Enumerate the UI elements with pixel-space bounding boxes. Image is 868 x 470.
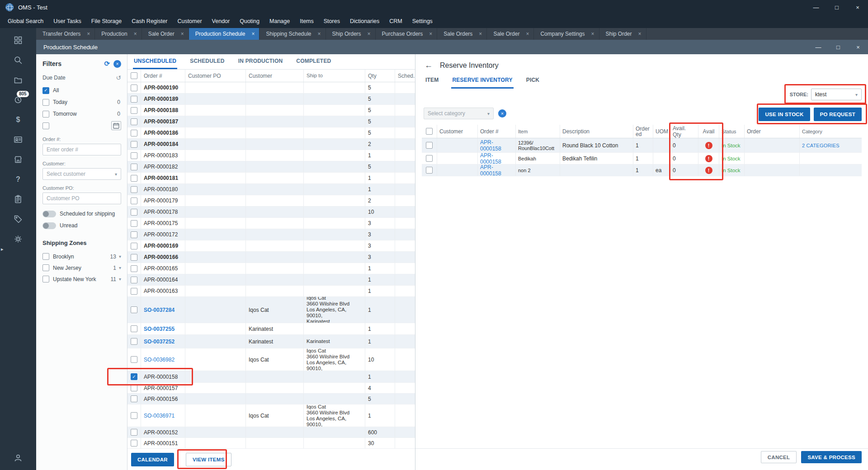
schedule-row-apr-0000187[interactable]: APR-00001875 <box>127 116 415 127</box>
menu-item-global-search[interactable]: Global Search <box>3 14 48 28</box>
row-checkbox[interactable] <box>131 356 137 363</box>
schedule-row-apr-0000181[interactable]: APR-00001811 <box>127 173 415 184</box>
back-arrow-icon[interactable]: ← <box>425 61 433 70</box>
schedule-row-so-0037252[interactable]: SO-0037252KarinatestKarinatest1 <box>127 335 415 348</box>
subwindow-close-icon[interactable]: × <box>848 40 868 54</box>
close-icon[interactable]: × <box>847 0 868 14</box>
row-checkbox[interactable] <box>131 209 137 216</box>
tab-transfer-orders[interactable]: Transfer Orders× <box>36 28 95 40</box>
toggle-switch[interactable] <box>42 211 56 217</box>
tab-close-icon[interactable]: × <box>429 31 432 37</box>
tab-close-icon[interactable]: × <box>591 31 594 37</box>
schedule-row-apr-0000175[interactable]: APR-00001753 <box>127 218 415 229</box>
checkbox[interactable] <box>42 111 49 118</box>
dashboard-icon[interactable] <box>12 35 24 45</box>
reserve-tab-item[interactable]: ITEM <box>425 77 439 89</box>
subwindow-minimize-icon[interactable]: — <box>808 40 828 54</box>
cancel-button[interactable]: CANCEL <box>761 451 797 463</box>
schedule-row-apr-0000165[interactable]: APR-00001651 <box>127 263 415 274</box>
row-checkbox[interactable] <box>131 265 137 272</box>
due-custom-checkbox[interactable] <box>42 122 49 129</box>
schedule-row-apr-0000156[interactable]: APR-00001565 <box>127 394 415 404</box>
tab-close-icon[interactable]: × <box>87 31 90 37</box>
row-checkbox[interactable] <box>426 167 433 174</box>
tab-sale-orders[interactable]: Sale Orders× <box>437 28 487 40</box>
checkbox[interactable] <box>42 253 49 260</box>
row-checkbox[interactable] <box>131 243 137 249</box>
row-checkbox[interactable] <box>131 231 137 238</box>
schedule-tab-completed[interactable]: COMPLETED <box>295 54 332 69</box>
order-link[interactable]: APR-0000158 <box>480 139 513 152</box>
reserve-tab-pick[interactable]: PICK <box>525 77 540 89</box>
schedule-tab-in-production[interactable]: IN PRODUCTION <box>237 54 284 69</box>
row-checkbox[interactable] <box>131 440 137 446</box>
schedule-row-apr-0000163[interactable]: APR-00001631 <box>127 286 415 297</box>
checkbox[interactable]: ✓ <box>42 87 49 94</box>
schedule-row-apr-0000183[interactable]: APR-00001831 <box>127 150 415 161</box>
tab-close-icon[interactable]: × <box>318 31 321 37</box>
tab-close-icon[interactable]: × <box>251 31 255 37</box>
select-all-checkbox[interactable] <box>131 72 137 79</box>
select-all-checkbox[interactable] <box>426 128 433 135</box>
order-number[interactable]: SO-0037255 <box>141 323 185 334</box>
menu-item-file-storage[interactable]: File Storage <box>86 14 127 28</box>
checkbox[interactable] <box>42 264 49 271</box>
row-checkbox[interactable] <box>131 186 137 193</box>
view-items-button[interactable]: VIEW ITEMS <box>186 453 231 466</box>
row-checkbox[interactable] <box>131 395 137 402</box>
schedule-row-apr-0000188[interactable]: APR-00001885 <box>127 105 415 116</box>
settings-gear-icon[interactable] <box>12 234 24 244</box>
row-checkbox[interactable] <box>131 85 137 91</box>
menu-item-user-tasks[interactable]: User Tasks <box>48 14 86 28</box>
clear-category-icon[interactable]: × <box>498 109 506 118</box>
row-checkbox[interactable] <box>131 288 137 295</box>
row-checkbox[interactable] <box>131 96 137 103</box>
row-checkbox[interactable] <box>131 197 137 204</box>
minimize-icon[interactable]: — <box>806 0 826 14</box>
schedule-row-apr-0000151[interactable]: APR-000015130 <box>127 438 415 449</box>
schedule-row-apr-0000166[interactable]: APR-00001663 <box>127 252 415 263</box>
menu-item-stores[interactable]: Stores <box>319 14 345 28</box>
billing-icon[interactable]: $ <box>12 115 24 125</box>
schedule-row-apr-0000157[interactable]: APR-00001574 <box>127 383 415 394</box>
use-in-stock-button[interactable]: USE IN STOCK <box>759 108 810 121</box>
menu-item-customer[interactable]: Customer <box>172 14 207 28</box>
user-icon[interactable] <box>12 453 24 463</box>
tab-close-icon[interactable]: × <box>368 31 371 37</box>
menu-item-manage[interactable]: Manage <box>264 14 295 28</box>
schedule-row-apr-0000164[interactable]: APR-00001641 <box>127 274 415 286</box>
reserve-row[interactable]: APR-0000158BedikahBedikah Tefilin10!In S… <box>422 153 862 164</box>
menu-item-settings[interactable]: Settings <box>407 14 438 28</box>
tab-close-icon[interactable]: × <box>181 31 184 37</box>
row-checkbox[interactable] <box>131 254 137 261</box>
row-checkbox[interactable]: ✓ <box>131 373 137 380</box>
store-select[interactable]: ktest ▾ <box>811 89 862 100</box>
schedule-row-apr-0000180[interactable]: APR-00001801 <box>127 184 415 195</box>
contacts-icon[interactable] <box>12 135 24 145</box>
order-number[interactable]: SO-0037284 <box>141 297 185 323</box>
schedule-row-apr-0000190[interactable]: APR-00001905 <box>127 82 415 94</box>
schedule-row-apr-0000179[interactable]: APR-00001792 <box>127 195 415 207</box>
order-number[interactable]: SO-0036971 <box>141 404 185 427</box>
reset-icon[interactable]: ↺ <box>116 74 121 81</box>
row-checkbox[interactable] <box>131 277 137 283</box>
subwindow-restore-icon[interactable]: □ <box>828 40 848 54</box>
menu-item-cash-register[interactable]: Cash Register <box>127 14 172 28</box>
schedule-tab-unscheduled[interactable]: UNSCHEDULED <box>133 54 177 69</box>
order-number[interactable]: SO-0037252 <box>141 335 185 348</box>
tab-production[interactable]: Production× <box>95 28 142 40</box>
row-checkbox[interactable] <box>131 107 137 114</box>
order-number[interactable]: SO-0036982 <box>141 348 185 371</box>
schedule-row-apr-0000189[interactable]: APR-00001895 <box>127 94 415 105</box>
toggle-switch[interactable] <box>42 222 56 229</box>
schedule-row-so-0036971[interactable]: SO-0036971Iqos CatIqos Cat3660 Wilshire … <box>127 404 415 427</box>
category-select[interactable]: Select category ▾ <box>424 108 494 119</box>
folder-icon[interactable] <box>12 75 24 85</box>
row-checkbox[interactable] <box>131 152 137 159</box>
row-checkbox[interactable] <box>131 118 137 125</box>
row-checkbox[interactable] <box>131 429 137 436</box>
schedule-row-apr-0000152[interactable]: APR-0000152600 <box>127 427 415 438</box>
category-link[interactable]: 2 CATEGORIES <box>802 143 840 148</box>
order-number-input[interactable] <box>42 144 121 155</box>
customer-po-input[interactable] <box>42 193 121 204</box>
